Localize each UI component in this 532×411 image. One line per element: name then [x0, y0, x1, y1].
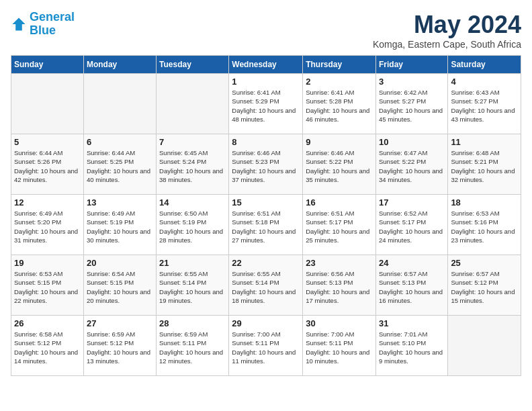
calendar-cell: 25Sunrise: 6:57 AMSunset: 5:12 PMDayligh… — [448, 255, 521, 316]
title-block: May 2024 Komga, Eastern Cape, South Afri… — [373, 11, 521, 50]
day-info: Sunrise: 6:41 AMSunset: 5:28 PMDaylight:… — [306, 88, 373, 124]
day-number: 20 — [87, 258, 153, 268]
calendar-week-5: 26Sunrise: 6:58 AMSunset: 5:12 PMDayligh… — [11, 316, 521, 376]
calendar-cell: 14Sunrise: 6:50 AMSunset: 5:19 PMDayligh… — [157, 195, 229, 255]
weekday-header-wednesday: Wednesday — [229, 56, 303, 74]
calendar-cell: 16Sunrise: 6:51 AMSunset: 5:17 PMDayligh… — [303, 195, 376, 255]
day-info: Sunrise: 6:57 AMSunset: 5:12 PMDaylight:… — [451, 269, 518, 305]
calendar-cell: 11Sunrise: 6:48 AMSunset: 5:21 PMDayligh… — [448, 134, 521, 195]
calendar-cell: 19Sunrise: 6:53 AMSunset: 5:15 PMDayligh… — [11, 255, 84, 316]
calendar-cell: 7Sunrise: 6:45 AMSunset: 5:24 PMDaylight… — [157, 134, 229, 195]
day-info: Sunrise: 6:50 AMSunset: 5:19 PMDaylight:… — [159, 209, 226, 244]
day-number: 13 — [87, 197, 153, 208]
day-info: Sunrise: 6:43 AMSunset: 5:27 PMDaylight:… — [451, 88, 518, 124]
day-number: 16 — [306, 197, 373, 208]
day-info: Sunrise: 6:49 AMSunset: 5:19 PMDaylight:… — [87, 209, 153, 244]
day-number: 3 — [379, 77, 445, 87]
calendar-cell: 12Sunrise: 6:49 AMSunset: 5:20 PMDayligh… — [11, 195, 84, 255]
day-info: Sunrise: 6:57 AMSunset: 5:13 PMDaylight:… — [379, 269, 445, 305]
weekday-header-saturday: Saturday — [448, 56, 521, 74]
day-info: Sunrise: 7:01 AMSunset: 5:10 PMDaylight:… — [379, 330, 445, 365]
day-info: Sunrise: 6:46 AMSunset: 5:22 PMDaylight:… — [306, 148, 373, 184]
day-info: Sunrise: 6:56 AMSunset: 5:13 PMDaylight:… — [306, 269, 373, 305]
calendar-cell: 20Sunrise: 6:54 AMSunset: 5:15 PMDayligh… — [83, 255, 156, 316]
day-number: 24 — [379, 258, 445, 268]
weekday-header-thursday: Thursday — [303, 56, 376, 74]
weekday-header-monday: Monday — [83, 56, 156, 74]
day-number: 5 — [14, 137, 81, 147]
logo-text: GeneralBlue — [30, 11, 75, 38]
day-info: Sunrise: 6:55 AMSunset: 5:14 PMDaylight:… — [232, 269, 300, 305]
day-info: Sunrise: 6:48 AMSunset: 5:21 PMDaylight:… — [451, 148, 518, 184]
calendar-cell: 9Sunrise: 6:46 AMSunset: 5:22 PMDaylight… — [303, 134, 376, 195]
day-number: 12 — [14, 197, 81, 208]
calendar-cell — [448, 316, 521, 376]
calendar-cell: 6Sunrise: 6:44 AMSunset: 5:25 PMDaylight… — [83, 134, 156, 195]
calendar-cell: 24Sunrise: 6:57 AMSunset: 5:13 PMDayligh… — [375, 255, 447, 316]
day-number: 28 — [159, 318, 226, 328]
calendar-cell: 1Sunrise: 6:41 AMSunset: 5:29 PMDaylight… — [229, 74, 303, 134]
calendar-cell: 21Sunrise: 6:55 AMSunset: 5:14 PMDayligh… — [157, 255, 229, 316]
calendar-cell: 27Sunrise: 6:59 AMSunset: 5:12 PMDayligh… — [83, 316, 156, 376]
calendar-cell: 26Sunrise: 6:58 AMSunset: 5:12 PMDayligh… — [11, 316, 84, 376]
day-info: Sunrise: 6:45 AMSunset: 5:24 PMDaylight:… — [159, 148, 226, 184]
day-info: Sunrise: 6:42 AMSunset: 5:27 PMDaylight:… — [379, 88, 445, 124]
day-number: 6 — [87, 137, 153, 147]
weekday-header-friday: Friday — [375, 56, 447, 74]
calendar-cell: 5Sunrise: 6:44 AMSunset: 5:26 PMDaylight… — [11, 134, 84, 195]
calendar-table: SundayMondayTuesdayWednesdayThursdayFrid… — [11, 55, 521, 376]
weekday-header-sunday: Sunday — [11, 56, 84, 74]
day-info: Sunrise: 7:00 AMSunset: 5:11 PMDaylight:… — [306, 330, 373, 365]
calendar-week-2: 5Sunrise: 6:44 AMSunset: 5:26 PMDaylight… — [11, 134, 521, 195]
day-info: Sunrise: 6:54 AMSunset: 5:15 PMDaylight:… — [87, 269, 153, 305]
day-number: 14 — [159, 197, 226, 208]
day-number: 29 — [232, 318, 300, 328]
calendar-cell — [11, 74, 84, 134]
day-number: 18 — [451, 197, 518, 208]
day-info: Sunrise: 6:53 AMSunset: 5:16 PMDaylight:… — [451, 209, 518, 244]
calendar-cell: 15Sunrise: 6:51 AMSunset: 5:18 PMDayligh… — [229, 195, 303, 255]
calendar-cell: 3Sunrise: 6:42 AMSunset: 5:27 PMDaylight… — [375, 74, 447, 134]
day-info: Sunrise: 6:46 AMSunset: 5:23 PMDaylight:… — [232, 148, 300, 184]
day-number: 31 — [379, 318, 445, 328]
day-info: Sunrise: 6:41 AMSunset: 5:29 PMDaylight:… — [232, 88, 300, 124]
logo-icon — [11, 16, 27, 32]
day-number: 26 — [14, 318, 81, 328]
day-info: Sunrise: 6:51 AMSunset: 5:17 PMDaylight:… — [306, 209, 373, 244]
calendar-week-1: 1Sunrise: 6:41 AMSunset: 5:29 PMDaylight… — [11, 74, 521, 134]
day-info: Sunrise: 6:44 AMSunset: 5:25 PMDaylight:… — [87, 148, 153, 184]
day-number: 11 — [451, 137, 518, 147]
day-number: 30 — [306, 318, 373, 328]
day-number: 4 — [451, 77, 518, 87]
day-info: Sunrise: 6:52 AMSunset: 5:17 PMDaylight:… — [379, 209, 445, 244]
calendar-cell: 23Sunrise: 6:56 AMSunset: 5:13 PMDayligh… — [303, 255, 376, 316]
day-number: 10 — [379, 137, 445, 147]
calendar-cell — [157, 74, 229, 134]
day-number: 22 — [232, 258, 300, 268]
day-number: 15 — [232, 197, 300, 208]
calendar-cell: 17Sunrise: 6:52 AMSunset: 5:17 PMDayligh… — [375, 195, 447, 255]
day-info: Sunrise: 6:47 AMSunset: 5:22 PMDaylight:… — [379, 148, 445, 184]
calendar-cell: 8Sunrise: 6:46 AMSunset: 5:23 PMDaylight… — [229, 134, 303, 195]
day-number: 19 — [14, 258, 81, 268]
calendar-cell — [83, 74, 156, 134]
calendar-week-3: 12Sunrise: 6:49 AMSunset: 5:20 PMDayligh… — [11, 195, 521, 255]
calendar-cell: 13Sunrise: 6:49 AMSunset: 5:19 PMDayligh… — [83, 195, 156, 255]
calendar-cell: 31Sunrise: 7:01 AMSunset: 5:10 PMDayligh… — [375, 316, 447, 376]
weekday-header-row: SundayMondayTuesdayWednesdayThursdayFrid… — [11, 56, 521, 74]
day-info: Sunrise: 6:49 AMSunset: 5:20 PMDaylight:… — [14, 209, 81, 244]
calendar-cell: 30Sunrise: 7:00 AMSunset: 5:11 PMDayligh… — [303, 316, 376, 376]
calendar-cell: 22Sunrise: 6:55 AMSunset: 5:14 PMDayligh… — [229, 255, 303, 316]
calendar-cell: 2Sunrise: 6:41 AMSunset: 5:28 PMDaylight… — [303, 74, 376, 134]
day-info: Sunrise: 7:00 AMSunset: 5:11 PMDaylight:… — [232, 330, 300, 365]
calendar-cell: 18Sunrise: 6:53 AMSunset: 5:16 PMDayligh… — [448, 195, 521, 255]
day-number: 25 — [451, 258, 518, 268]
day-number: 1 — [232, 77, 300, 87]
day-number: 9 — [306, 137, 373, 147]
logo: GeneralBlue — [11, 11, 75, 38]
location-subtitle: Komga, Eastern Cape, South Africa — [373, 39, 521, 50]
day-number: 7 — [159, 137, 226, 147]
day-info: Sunrise: 6:59 AMSunset: 5:11 PMDaylight:… — [159, 330, 226, 365]
svg-marker-0 — [12, 17, 25, 30]
month-title: May 2024 — [373, 11, 521, 39]
